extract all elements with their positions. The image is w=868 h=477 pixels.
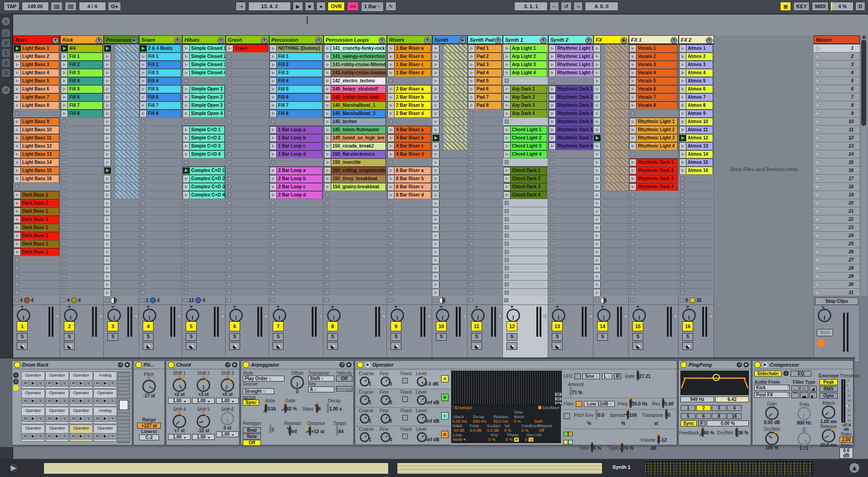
clip-slot[interactable]: [226, 215, 269, 224]
clip[interactable]: Light Bass 10: [14, 126, 59, 134]
pad-preview-button[interactable]: ▶: [29, 380, 36, 386]
clip-play-icon[interactable]: [549, 110, 556, 117]
group-play-icon[interactable]: [104, 159, 111, 166]
clip-slot[interactable]: [226, 150, 269, 158]
clip-slot[interactable]: Arp Dark 1: [503, 85, 548, 93]
clip-slot[interactable]: Dark Bass 2: [13, 199, 60, 207]
track-stop-icon[interactable]: [434, 298, 438, 302]
clip-slot[interactable]: Simple Open 3: [182, 101, 226, 110]
clip[interactable]: Complex C+O 2: [183, 175, 225, 183]
clip-slot[interactable]: [629, 150, 679, 158]
clip[interactable]: Arp Dark 3: [503, 101, 547, 110]
group-play-icon[interactable]: [433, 119, 439, 125]
pad-preview-button[interactable]: ▶: [77, 398, 84, 404]
volume-handle[interactable]: [134, 314, 137, 319]
group-play-icon[interactable]: [433, 167, 439, 174]
group-play-icon[interactable]: [104, 110, 111, 117]
clip-stop-icon[interactable]: [325, 266, 329, 270]
clip-slot[interactable]: Fill 1: [269, 52, 323, 61]
nudge-up-button[interactable]: ||||: [65, 2, 77, 11]
clip-slot[interactable]: Arp Light 2: [503, 52, 548, 61]
track-stop-icon[interactable]: [550, 298, 554, 302]
clip-play-icon[interactable]: [324, 70, 331, 76]
table-cell[interactable]: 0 %: [504, 428, 521, 433]
display-zoom-16[interactable]: 16: [555, 392, 562, 396]
clip[interactable]: Light Bass 9: [14, 118, 59, 126]
clip-slot[interactable]: Chord Dark 3: [503, 183, 548, 191]
osc-letter-badge[interactable]: B: [441, 394, 448, 401]
clip-slot[interactable]: Fill 2: [60, 61, 104, 69]
clip-slot[interactable]: Rhythmic Dark 7: [548, 134, 593, 142]
clip-slot[interactable]: [104, 150, 139, 158]
clip[interactable]: Fill 2: [61, 61, 103, 69]
clip-slot[interactable]: [139, 142, 182, 150]
clip-play-icon[interactable]: [14, 62, 21, 68]
clip-play-icon[interactable]: [388, 192, 395, 198]
group-play-icon[interactable]: [433, 281, 439, 288]
clip-slot[interactable]: [323, 224, 387, 232]
clip-slot[interactable]: [269, 248, 323, 256]
clip-play-icon[interactable]: [270, 151, 277, 157]
drum-pad[interactable]: OperatorM▶S: [69, 407, 93, 424]
clip-slot[interactable]: 8 Bar Riser c: [387, 183, 432, 191]
overdub-button[interactable]: OVR: [328, 2, 345, 11]
clip-slot[interactable]: [269, 199, 323, 207]
play-button[interactable]: ▶: [293, 2, 303, 11]
clip-play-icon[interactable]: [183, 94, 190, 100]
clip[interactable]: 4 Bar Riser b: [387, 134, 431, 142]
drum-pad[interactable]: OperatorM▶S: [45, 389, 69, 406]
track-header[interactable]: Crash▼: [226, 35, 269, 44]
clip-stop-icon[interactable]: [550, 274, 554, 278]
group-play-icon[interactable]: [104, 94, 111, 100]
clip-stop-icon[interactable]: [389, 160, 393, 164]
scene-play-icon[interactable]: [816, 103, 820, 108]
clip-play-icon[interactable]: [504, 86, 511, 92]
clip-slot[interactable]: 8 Bar Riser b: [387, 175, 432, 183]
clip-slot[interactable]: Atmos 5: [679, 77, 714, 85]
clip-play-icon[interactable]: [630, 102, 637, 109]
pan-knob[interactable]: [506, 309, 520, 322]
scene-play-icon[interactable]: [816, 128, 820, 132]
clip-play-icon[interactable]: [504, 62, 511, 68]
device-power-icon[interactable]: [243, 362, 249, 368]
track-stop-icon[interactable]: [14, 298, 19, 302]
clip-stop-icon[interactable]: [469, 193, 473, 197]
clip-slot[interactable]: [503, 224, 548, 232]
clip-slot[interactable]: Simple Closed 4: [182, 69, 226, 77]
table-cell[interactable]: Sustain: [487, 424, 504, 428]
sidechain-button[interactable]: Sidechain: [754, 371, 781, 377]
clip-stop-icon[interactable]: [271, 201, 275, 205]
pad-solo-button[interactable]: S: [109, 415, 116, 422]
clip-stop-icon[interactable]: [631, 209, 635, 213]
pan-knob[interactable]: [597, 309, 611, 322]
clip-stop-icon[interactable]: [184, 209, 188, 213]
clip-stop-icon[interactable]: [271, 225, 275, 229]
clip-slot[interactable]: [468, 240, 503, 248]
clip-slot[interactable]: [226, 256, 269, 264]
pad-solo-button[interactable]: S: [85, 398, 92, 404]
hotswap-icon[interactable]: ↺: [225, 362, 231, 367]
clip-slot[interactable]: [139, 264, 182, 272]
filter-peak-icon[interactable]: ▃: [800, 392, 808, 398]
clip-slot[interactable]: Fill 8: [60, 110, 104, 118]
clip[interactable]: 1 Bar Loop a: [270, 126, 323, 134]
track-stop-icon[interactable]: [105, 298, 109, 302]
clip-slot[interactable]: [468, 215, 503, 224]
track-activator-button[interactable]: 14: [597, 321, 608, 331]
group-play-icon[interactable]: [104, 241, 111, 247]
group-play-icon[interactable]: [594, 241, 601, 247]
clip-slot[interactable]: Fill 7: [269, 101, 323, 110]
volume-handle[interactable]: [709, 314, 712, 319]
clip-slot[interactable]: [548, 167, 593, 175]
clip-slot[interactable]: Fill 5: [139, 85, 182, 93]
solo-button[interactable]: S: [632, 333, 643, 341]
track-header[interactable]: Kick▼: [60, 35, 104, 44]
clip-slot[interactable]: [226, 240, 269, 248]
clip-play-icon[interactable]: [549, 135, 556, 141]
clip[interactable]: 2 Bar Loop d: [270, 191, 323, 199]
draw-mode-button[interactable]: ✎: [386, 2, 396, 11]
clip-slot[interactable]: 2 Bar Loop b: [269, 175, 323, 183]
clip-stop-icon[interactable]: [680, 282, 685, 286]
clip-slot[interactable]: [432, 207, 468, 215]
clip-play-icon[interactable]: [388, 176, 395, 182]
